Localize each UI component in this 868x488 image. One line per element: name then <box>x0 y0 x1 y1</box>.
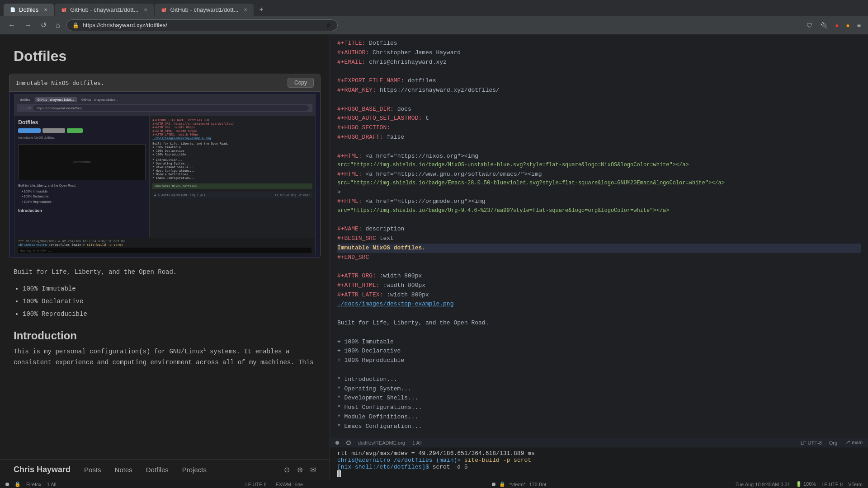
terminal-prompt-line: chris@acernitro /e/dotfiles (main)> site… <box>337 457 861 464</box>
editor-lines: 1 All <box>412 440 422 446</box>
file-link[interactable]: ./docs/images/desktop-example.png <box>337 300 453 307</box>
editor-blank <box>337 95 861 105</box>
editor-blank <box>337 215 861 225</box>
sys-lock-2: 🔒 <box>499 481 505 487</box>
terminal-cursor-line: | <box>337 470 861 477</box>
system-bar-far-right: Tue Aug 10 9:45AM 0.31 🔋 100% LF UTF-8 V… <box>736 481 863 487</box>
sys-datetime: Tue Aug 10 9:45AM 0.31 <box>736 482 790 487</box>
body-text: Built for Life, Liberty, and the Open Ro… <box>0 267 330 278</box>
sys-right-encoding: LF UTF-8 <box>821 482 843 487</box>
extension-icon-2[interactable]: ● <box>833 20 840 31</box>
webpage-content: Dotfiles Immutable NixOS dotfiles. Copy <box>0 34 330 459</box>
editor-line: #+HUGO_AUTO_SET_LASTMOD: t <box>337 114 861 123</box>
shield-icon[interactable]: 🛡 <box>805 20 815 31</box>
rss-icon[interactable]: ⊕ <box>297 465 303 474</box>
forward-button[interactable]: → <box>22 19 34 31</box>
tab-label-1: Dotfiles <box>19 6 38 13</box>
tab-dotfiles[interactable]: 📄 Dotfiles ✕ <box>4 4 54 16</box>
editor-line: #+HTML: <a href="https://orgmode.org"><i… <box>337 197 861 206</box>
list-item-reproducible: 100% Reproducible <box>23 308 316 320</box>
editor-content[interactable]: #+TITLE: Dotfiles #+AUTHOR: Christopher … <box>330 34 868 438</box>
extension-icon-3[interactable]: ● <box>844 20 851 31</box>
editor-blank <box>337 328 861 338</box>
meta-keyword: #+TITLE: <box>337 40 369 47</box>
editor-line: #+EXPORT_FILE_NAME: dotfiles <box>337 76 861 86</box>
tab-github-2[interactable]: 🐙 GitHub - chayward1/dott... ✕ <box>155 4 254 16</box>
email-icon[interactable]: ✉ <box>310 465 316 474</box>
terminal-command: site-build -p scrot <box>464 457 531 464</box>
terminal-nix-cmd: scrot -d 5 <box>433 464 468 470</box>
copy-button[interactable]: Copy <box>288 78 314 88</box>
editor-line: src="https://img.shields.io/badge/Org-9.… <box>337 206 861 215</box>
address-input[interactable] <box>83 22 322 28</box>
home-button[interactable]: ⌂ <box>53 19 63 31</box>
sys-right-mode: VTerm <box>848 482 863 487</box>
status-circle <box>346 441 351 445</box>
extension-icon-1[interactable]: 🔌 <box>818 20 830 31</box>
editor-line: #+HTML: <a href="https://www.gnu.org/sof… <box>337 170 861 179</box>
github-icon[interactable]: ⊙ <box>284 465 290 474</box>
editor-line: * Development Shells... <box>337 394 861 403</box>
nav-notes[interactable]: Notes <box>115 466 132 474</box>
editor-line: src="https://img.shields.io/badge/NixOS-… <box>337 161 861 169</box>
nav-projects[interactable]: Projects <box>182 466 207 474</box>
editor-line: #+HUGO_SECTION: <box>337 123 861 133</box>
editor-line: + 100% Declarative <box>337 347 861 356</box>
editor-blank <box>337 309 861 319</box>
terminal-prompt: chris@acernitro /e/dotfiles (main)> <box>337 457 461 464</box>
browser-toolbar: ← → ↺ ⌂ 🔒 ☆ 🛡 🔌 ● ● ≡ <box>0 16 868 34</box>
tab-close-1[interactable]: ✕ <box>44 7 47 12</box>
editor-line: #+NAME: description <box>337 225 861 234</box>
terminal-cursor: | <box>337 470 341 477</box>
editor-statusbar: dotfiles/README.org 1 All LF UTF-8 Org ⎇… <box>330 438 868 447</box>
system-bar-right-editor: 🔒 *vterm* 170 Bot <box>492 481 546 487</box>
tab-favicon-1: 📄 <box>10 7 15 12</box>
editor-branch: ⎇ main <box>844 440 863 446</box>
editor-line: #+HUGO_BASE_DIR: docs <box>337 105 861 114</box>
editor-blank <box>337 67 861 76</box>
tab-close-2[interactable]: ✕ <box>144 7 147 12</box>
editor-line: #+ATTR_HTML: :width 800px <box>337 281 861 291</box>
terminal-rtt: rtt min/avg/max/mdev = 49.294/186.651/36… <box>337 450 861 457</box>
nav-dotfiles[interactable]: Dotfiles <box>146 466 169 474</box>
tab-bar: 📄 Dotfiles ✕ 🐙 GitHub - chayward1/dott..… <box>0 0 868 16</box>
desktop-screenshot: dotfiles GitHub - chayward1/dott... GitH… <box>9 92 320 258</box>
editor-line: #+ATTR_LATEX: :width 800px <box>337 291 861 300</box>
editor-blank <box>337 262 861 272</box>
editor-line: #+TITLE: Dotfiles <box>337 39 861 48</box>
editor-line-highlighted: Immutable NixOS dotfiles. <box>337 244 861 253</box>
star-icon[interactable]: ☆ <box>326 22 332 29</box>
back-button[interactable]: ← <box>5 19 18 31</box>
system-bar-left: 🔒 Firefox 1 All <box>5 481 56 487</box>
editor-line: #+HTML: <a href="https://nixos.org"><img <box>337 152 861 161</box>
tab-label-3: GitHub - chayward1/dott... <box>170 6 238 13</box>
tab-label-2: GitHub - chayward1/dott... <box>70 6 138 13</box>
system-bar-center: LF UTF-8 EXWM : line <box>245 482 303 487</box>
editor-line: * Module Definitions... <box>337 413 861 422</box>
toolbar-icons: 🛡 🔌 ● ● ≡ <box>805 20 863 31</box>
list-item-immutable: 100% Immutable <box>23 282 316 295</box>
editor-line: ./docs/images/desktop-example.png <box>337 300 861 309</box>
intro-section-title: Introduction <box>0 320 330 347</box>
menu-icon[interactable]: ≡ <box>855 20 863 31</box>
tab-favicon-3: 🐙 <box>161 7 166 12</box>
new-tab-button[interactable]: + <box>255 3 268 16</box>
sys-indicator <box>5 483 9 486</box>
editor-line: > <box>337 188 861 197</box>
editor-encoding: LF UTF-8 <box>801 440 822 446</box>
reload-button[interactable]: ↺ <box>38 19 49 31</box>
tab-github-1[interactable]: 🐙 GitHub - chayward1/dott... ✕ <box>55 4 154 16</box>
address-bar[interactable]: 🔒 ☆ <box>66 19 338 31</box>
nix-shell-prompt: [nix-shell:/etc/dotfiles]$ <box>337 464 429 470</box>
nav-posts[interactable]: Posts <box>84 466 101 474</box>
lock-icon: 🔒 <box>72 22 79 28</box>
sys-mode: EXWM : line <box>276 482 303 487</box>
status-dot <box>335 441 339 445</box>
code-block-text: Immutable NixOS dotfiles. <box>16 80 104 86</box>
editor-line: * Introduction... <box>337 375 861 385</box>
editor-blank <box>337 366 861 375</box>
editor-line: #+EMAIL: chris@chrishayward.xyz <box>337 58 861 67</box>
editor-line: * Host Configurations... <box>337 403 861 413</box>
editor-line: #+ROAM_KEY: https://chrishayward.xyz/dot… <box>337 86 861 95</box>
tab-close-3[interactable]: ✕ <box>244 7 247 12</box>
